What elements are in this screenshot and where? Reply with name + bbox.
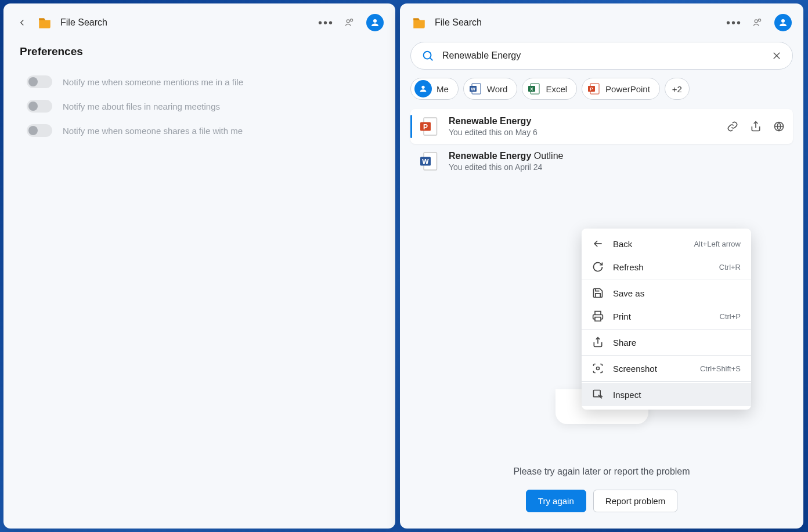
result-subtitle: You edited this on April 24 [449, 162, 785, 172]
pref-item: Notify me when someone shares a file wit… [3, 118, 395, 143]
toggle[interactable] [27, 124, 52, 137]
app-title: File Search [60, 17, 310, 28]
context-menu: Back Alt+Left arrow Refresh Ctrl+R Save … [582, 229, 751, 410]
result-title: Renewable Energy [449, 116, 717, 126]
chip-label: Word [487, 84, 508, 94]
ctx-label: Refresh [613, 262, 710, 272]
svg-point-5 [781, 19, 785, 23]
error-message: Please try again later or report the pro… [513, 466, 690, 477]
chip-me[interactable]: Me [410, 78, 459, 100]
page-title: Preferences [3, 39, 395, 70]
svg-point-4 [758, 19, 760, 21]
header: File Search ••• [400, 3, 803, 39]
avatar[interactable] [366, 14, 384, 31]
globe-icon[interactable] [773, 121, 785, 132]
multitask-icon[interactable] [752, 17, 764, 28]
app-title: File Search [435, 17, 718, 28]
ctx-label: Back [613, 239, 684, 249]
svg-text:W: W [471, 86, 475, 92]
app-icon [412, 15, 427, 30]
svg-point-10 [421, 86, 424, 89]
word-icon: W [419, 151, 439, 172]
person-icon [414, 80, 432, 97]
ctx-label: Print [613, 312, 710, 321]
save-icon [592, 287, 604, 299]
result-subtitle: You edited this on May 6 [449, 128, 717, 137]
chip-powerpoint[interactable]: P PowerPoint [582, 78, 660, 100]
chip-label: Me [437, 84, 449, 94]
svg-point-32 [597, 367, 600, 370]
try-again-button[interactable]: Try again [526, 490, 586, 512]
ctx-shortcut: Ctrl+Shift+S [700, 364, 741, 373]
svg-point-2 [373, 19, 377, 23]
ctx-inspect[interactable]: Inspect [582, 383, 751, 406]
results-list: P Renewable Energy You edited this on Ma… [400, 109, 803, 179]
ctx-label: Inspect [613, 390, 731, 400]
inspect-icon [592, 389, 604, 400]
header-actions: ••• [318, 14, 384, 31]
header-actions: ••• [726, 14, 792, 31]
report-problem-button[interactable]: Report problem [593, 490, 677, 512]
search-input[interactable] [442, 50, 763, 61]
more-icon[interactable]: ••• [318, 17, 334, 28]
chip-excel[interactable]: X Excel [522, 78, 577, 100]
svg-point-3 [755, 20, 758, 23]
toggle[interactable] [27, 75, 52, 88]
chip-word[interactable]: W Word [463, 78, 518, 100]
pref-label: Notify me when someone shares a file wit… [63, 126, 243, 136]
svg-text:X: X [531, 86, 534, 92]
pref-label: Notify me when someone mentions me in a … [63, 77, 243, 87]
search-window: File Search ••• Me W Word X Excel P Powe… [400, 3, 803, 529]
separator [582, 329, 751, 330]
separator [582, 381, 751, 382]
chip-more[interactable]: +2 [665, 78, 690, 100]
svg-text:P: P [423, 123, 428, 131]
pref-item: Notify me about files in nearing meeting… [3, 94, 395, 118]
svg-text:P: P [590, 86, 593, 92]
chip-label: Excel [546, 84, 567, 94]
result-title: Renewable Energy Outline [449, 151, 785, 161]
search-icon [421, 49, 434, 62]
svg-line-7 [430, 58, 432, 60]
svg-point-0 [347, 20, 349, 23]
ctx-screenshot[interactable]: Screenshot Ctrl+Shift+S [582, 357, 751, 380]
ctx-share[interactable]: Share [582, 331, 751, 354]
refresh-icon [592, 261, 604, 273]
multitask-icon[interactable] [344, 17, 356, 28]
person-icon [778, 17, 788, 28]
error-buttons: Try again Report problem [526, 490, 677, 512]
word-icon: W [468, 82, 482, 96]
share-icon[interactable] [750, 121, 762, 132]
back-icon [592, 238, 604, 249]
toggle[interactable] [27, 100, 52, 113]
separator [582, 355, 751, 356]
print-icon [592, 310, 604, 322]
share-icon [592, 336, 604, 348]
link-icon[interactable] [727, 121, 738, 132]
filter-chips: Me W Word X Excel P PowerPoint +2 [400, 78, 803, 109]
person-icon [370, 17, 380, 28]
screenshot-icon [592, 363, 604, 374]
powerpoint-icon: P [419, 116, 439, 137]
ctx-save-as[interactable]: Save as [582, 281, 751, 305]
svg-text:W: W [422, 158, 429, 166]
separator [582, 280, 751, 280]
result-item[interactable]: W Renewable Energy Outline You edited th… [410, 144, 793, 179]
ctx-shortcut: Ctrl+P [720, 312, 741, 321]
app-icon [37, 15, 52, 30]
pref-item: Notify me when someone mentions me in a … [3, 70, 395, 94]
ctx-refresh[interactable]: Refresh Ctrl+R [582, 255, 751, 278]
svg-point-1 [350, 19, 352, 21]
more-icon[interactable]: ••• [726, 17, 742, 28]
ctx-shortcut: Ctrl+R [719, 263, 741, 272]
result-actions [727, 121, 785, 132]
ctx-print[interactable]: Print Ctrl+P [582, 305, 751, 328]
clear-icon[interactable] [771, 50, 782, 61]
search-bar[interactable] [410, 42, 793, 70]
result-text: Renewable Energy You edited this on May … [449, 116, 717, 137]
ctx-back[interactable]: Back Alt+Left arrow [582, 232, 751, 255]
result-item[interactable]: P Renewable Energy You edited this on Ma… [410, 109, 793, 144]
avatar[interactable] [774, 14, 792, 31]
back-button[interactable] [15, 16, 29, 30]
ctx-label: Screenshot [613, 364, 691, 374]
